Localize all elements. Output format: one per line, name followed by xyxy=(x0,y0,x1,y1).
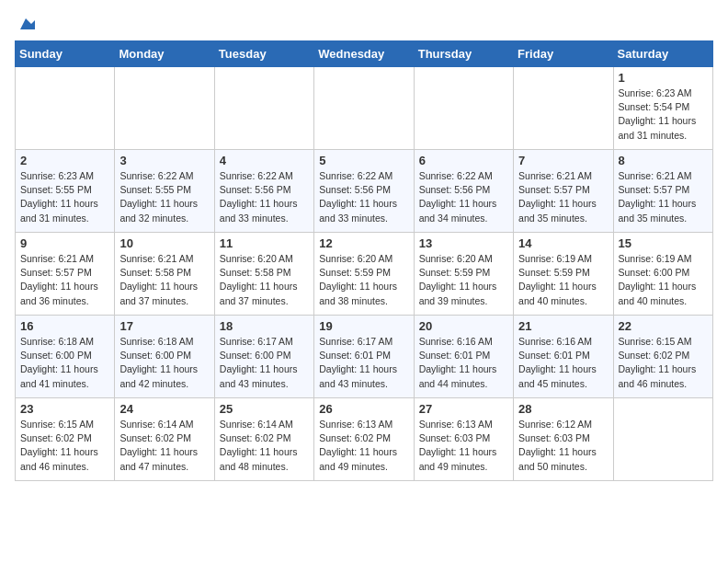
day-info: Sunrise: 6:18 AM Sunset: 6:00 PM Dayligh… xyxy=(119,335,209,391)
calendar-cell: 21Sunrise: 6:16 AM Sunset: 6:01 PM Dayli… xyxy=(514,316,613,398)
calendar-cell: 16Sunrise: 6:18 AM Sunset: 6:00 PM Dayli… xyxy=(16,316,115,398)
calendar-week-row: 1Sunrise: 6:23 AM Sunset: 5:54 PM Daylig… xyxy=(16,67,713,150)
day-header-thursday: Thursday xyxy=(414,41,513,67)
day-info: Sunrise: 6:17 AM Sunset: 6:01 PM Dayligh… xyxy=(319,335,408,391)
calendar-cell: 27Sunrise: 6:13 AM Sunset: 6:03 PM Dayli… xyxy=(414,398,513,481)
calendar-cell: 26Sunrise: 6:13 AM Sunset: 6:02 PM Dayli… xyxy=(314,398,414,481)
day-number: 13 xyxy=(419,236,508,250)
calendar-cell: 12Sunrise: 6:20 AM Sunset: 5:59 PM Dayli… xyxy=(314,233,414,316)
calendar-cell: 8Sunrise: 6:21 AM Sunset: 5:57 PM Daylig… xyxy=(613,150,712,233)
day-info: Sunrise: 6:15 AM Sunset: 6:02 PM Dayligh… xyxy=(619,335,708,391)
calendar-cell: 13Sunrise: 6:20 AM Sunset: 5:59 PM Dayli… xyxy=(414,233,513,316)
day-number: 23 xyxy=(20,402,109,416)
calendar-week-row: 9Sunrise: 6:21 AM Sunset: 5:57 PM Daylig… xyxy=(16,233,713,316)
calendar-cell: 25Sunrise: 6:14 AM Sunset: 6:02 PM Dayli… xyxy=(214,398,313,481)
day-info: Sunrise: 6:16 AM Sunset: 6:01 PM Dayligh… xyxy=(419,335,508,391)
calendar-cell: 28Sunrise: 6:12 AM Sunset: 6:03 PM Dayli… xyxy=(514,398,613,481)
day-number: 27 xyxy=(419,402,508,416)
day-info: Sunrise: 6:14 AM Sunset: 6:02 PM Dayligh… xyxy=(119,418,209,474)
calendar-cell xyxy=(514,67,613,150)
calendar-cell: 10Sunrise: 6:21 AM Sunset: 5:58 PM Dayli… xyxy=(115,233,214,316)
calendar-cell xyxy=(314,67,414,150)
day-info: Sunrise: 6:22 AM Sunset: 5:55 PM Dayligh… xyxy=(119,169,209,225)
calendar-cell: 18Sunrise: 6:17 AM Sunset: 6:00 PM Dayli… xyxy=(214,316,313,398)
day-number: 22 xyxy=(619,319,708,333)
day-number: 6 xyxy=(419,154,508,167)
calendar-table: SundayMondayTuesdayWednesdayThursdayFrid… xyxy=(15,40,713,481)
day-number: 3 xyxy=(119,154,209,167)
day-info: Sunrise: 6:22 AM Sunset: 5:56 PM Dayligh… xyxy=(419,169,508,225)
day-number: 11 xyxy=(220,236,309,250)
day-number: 25 xyxy=(220,402,309,416)
day-info: Sunrise: 6:21 AM Sunset: 5:58 PM Dayligh… xyxy=(119,252,209,308)
logo xyxy=(15,15,35,29)
calendar-cell: 17Sunrise: 6:18 AM Sunset: 6:00 PM Dayli… xyxy=(115,316,214,398)
day-number: 1 xyxy=(619,71,708,85)
day-number: 20 xyxy=(419,319,508,333)
calendar-week-row: 16Sunrise: 6:18 AM Sunset: 6:00 PM Dayli… xyxy=(16,316,713,398)
day-info: Sunrise: 6:22 AM Sunset: 5:56 PM Dayligh… xyxy=(319,169,408,225)
calendar-cell xyxy=(16,67,115,150)
svg-marker-0 xyxy=(20,18,35,29)
calendar-cell: 23Sunrise: 6:15 AM Sunset: 6:02 PM Dayli… xyxy=(16,398,115,481)
day-info: Sunrise: 6:17 AM Sunset: 6:00 PM Dayligh… xyxy=(220,335,309,391)
day-info: Sunrise: 6:20 AM Sunset: 5:58 PM Dayligh… xyxy=(220,252,309,308)
day-number: 16 xyxy=(20,319,109,333)
day-info: Sunrise: 6:16 AM Sunset: 6:01 PM Dayligh… xyxy=(518,335,608,391)
page-header xyxy=(15,15,713,29)
day-header-friday: Friday xyxy=(514,41,613,67)
day-info: Sunrise: 6:20 AM Sunset: 5:59 PM Dayligh… xyxy=(419,252,508,308)
day-number: 9 xyxy=(20,236,109,250)
calendar-cell: 24Sunrise: 6:14 AM Sunset: 6:02 PM Dayli… xyxy=(115,398,214,481)
day-header-sunday: Sunday xyxy=(16,41,115,67)
calendar-cell: 11Sunrise: 6:20 AM Sunset: 5:58 PM Dayli… xyxy=(214,233,313,316)
calendar-cell: 20Sunrise: 6:16 AM Sunset: 6:01 PM Dayli… xyxy=(414,316,513,398)
calendar-cell xyxy=(414,67,513,150)
day-info: Sunrise: 6:19 AM Sunset: 5:59 PM Dayligh… xyxy=(518,252,608,308)
calendar-cell xyxy=(115,67,214,150)
calendar-cell: 7Sunrise: 6:21 AM Sunset: 5:57 PM Daylig… xyxy=(514,150,613,233)
day-info: Sunrise: 6:13 AM Sunset: 6:02 PM Dayligh… xyxy=(319,418,408,474)
day-info: Sunrise: 6:20 AM Sunset: 5:59 PM Dayligh… xyxy=(319,252,408,308)
day-number: 12 xyxy=(319,236,408,250)
calendar-cell: 5Sunrise: 6:22 AM Sunset: 5:56 PM Daylig… xyxy=(314,150,414,233)
day-number: 8 xyxy=(619,154,708,167)
day-info: Sunrise: 6:13 AM Sunset: 6:03 PM Dayligh… xyxy=(419,418,508,474)
calendar-cell: 19Sunrise: 6:17 AM Sunset: 6:01 PM Dayli… xyxy=(314,316,414,398)
day-header-saturday: Saturday xyxy=(613,41,712,67)
day-info: Sunrise: 6:21 AM Sunset: 5:57 PM Dayligh… xyxy=(619,169,708,225)
calendar-week-row: 2Sunrise: 6:23 AM Sunset: 5:55 PM Daylig… xyxy=(16,150,713,233)
calendar-cell: 15Sunrise: 6:19 AM Sunset: 6:00 PM Dayli… xyxy=(613,233,712,316)
day-number: 18 xyxy=(220,319,309,333)
day-number: 10 xyxy=(119,236,209,250)
day-header-wednesday: Wednesday xyxy=(314,41,414,67)
day-header-monday: Monday xyxy=(115,41,214,67)
calendar-cell: 3Sunrise: 6:22 AM Sunset: 5:55 PM Daylig… xyxy=(115,150,214,233)
day-number: 26 xyxy=(319,402,408,416)
day-number: 24 xyxy=(119,402,209,416)
day-info: Sunrise: 6:21 AM Sunset: 5:57 PM Dayligh… xyxy=(20,252,109,308)
day-number: 14 xyxy=(518,236,608,250)
day-number: 15 xyxy=(619,236,708,250)
day-number: 21 xyxy=(518,319,608,333)
calendar-cell: 9Sunrise: 6:21 AM Sunset: 5:57 PM Daylig… xyxy=(16,233,115,316)
day-number: 5 xyxy=(319,154,408,167)
day-info: Sunrise: 6:19 AM Sunset: 6:00 PM Dayligh… xyxy=(619,252,708,308)
day-info: Sunrise: 6:21 AM Sunset: 5:57 PM Dayligh… xyxy=(518,169,608,225)
calendar-cell: 2Sunrise: 6:23 AM Sunset: 5:55 PM Daylig… xyxy=(16,150,115,233)
day-number: 4 xyxy=(220,154,309,167)
calendar-header-row: SundayMondayTuesdayWednesdayThursdayFrid… xyxy=(16,41,713,67)
day-info: Sunrise: 6:18 AM Sunset: 6:00 PM Dayligh… xyxy=(20,335,109,391)
day-info: Sunrise: 6:14 AM Sunset: 6:02 PM Dayligh… xyxy=(220,418,309,474)
day-info: Sunrise: 6:12 AM Sunset: 6:03 PM Dayligh… xyxy=(518,418,608,474)
day-header-tuesday: Tuesday xyxy=(214,41,313,67)
day-number: 19 xyxy=(319,319,408,333)
day-number: 28 xyxy=(518,402,608,416)
day-number: 2 xyxy=(20,154,109,167)
calendar-cell xyxy=(214,67,313,150)
day-info: Sunrise: 6:23 AM Sunset: 5:55 PM Dayligh… xyxy=(20,169,109,225)
day-info: Sunrise: 6:15 AM Sunset: 6:02 PM Dayligh… xyxy=(20,418,109,474)
day-info: Sunrise: 6:23 AM Sunset: 5:54 PM Dayligh… xyxy=(619,86,708,143)
day-number: 7 xyxy=(518,154,608,167)
calendar-cell: 4Sunrise: 6:22 AM Sunset: 5:56 PM Daylig… xyxy=(214,150,313,233)
